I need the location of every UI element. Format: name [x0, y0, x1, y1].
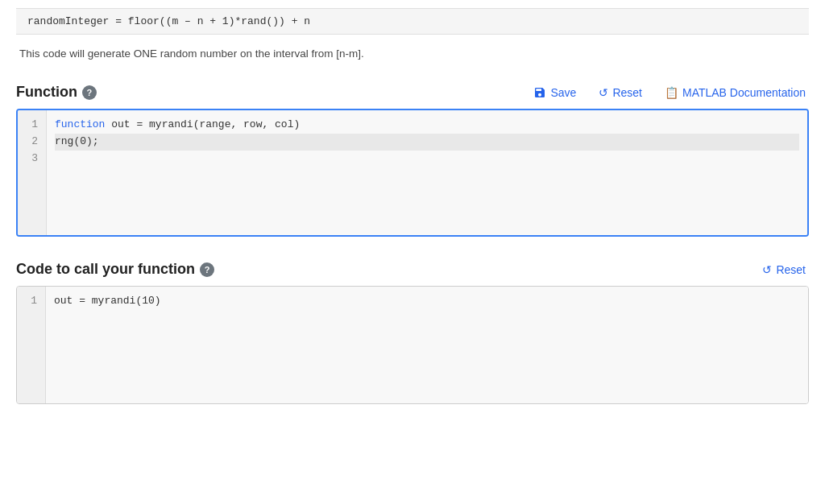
function-reset-label: Reset — [612, 86, 642, 99]
save-icon — [533, 86, 546, 99]
call-line-1-text: out = myrandi(10) — [54, 295, 161, 307]
function-code-line-3 — [55, 151, 799, 167]
function-line-1-rest: out = myrandi(range, row, col) — [105, 118, 300, 130]
reset-icon: ↺ — [599, 86, 608, 99]
call-title: Code to call your function — [16, 261, 195, 278]
call-line-number-1: 1 — [22, 293, 40, 310]
description-text: This code will generate ONE random numbe… — [16, 48, 809, 60]
call-section-header: Code to call your function ? ↺ Reset — [16, 261, 809, 278]
function-help-icon[interactable]: ? — [82, 85, 97, 100]
matlab-doc-button[interactable]: 📋 MATLAB Documentation — [661, 85, 809, 101]
line-number-1: 1 — [23, 117, 41, 134]
line-number-3: 3 — [23, 151, 41, 167]
call-actions: ↺ Reset — [759, 262, 809, 278]
book-icon: 📋 — [665, 86, 678, 99]
banner-code: randomInteger = floor((m – n + 1)*rand()… — [27, 15, 310, 27]
keyword-function: function — [55, 118, 105, 130]
call-line-numbers: 1 — [17, 287, 46, 403]
function-code-line-2: rng(0); — [55, 134, 799, 151]
function-line-2-text: rng(0); — [55, 135, 99, 147]
save-label: Save — [550, 86, 576, 99]
code-banner: randomInteger = floor((m – n + 1)*rand()… — [16, 8, 809, 35]
call-title-group: Code to call your function ? — [16, 261, 214, 278]
function-code-editor[interactable]: 1 2 3 function out = myrandi(range, row,… — [16, 109, 809, 237]
function-section-header: Function ? Save ↺ Reset 📋 MATLAB Documen… — [16, 84, 809, 101]
function-code-line-1: function out = myrandi(range, row, col) — [55, 117, 799, 134]
call-code-editor[interactable]: 1 out = myrandi(10) — [16, 286, 809, 404]
call-reset-label: Reset — [776, 263, 806, 276]
function-reset-button[interactable]: ↺ Reset — [595, 85, 645, 101]
matlab-doc-label: MATLAB Documentation — [682, 86, 806, 99]
function-line-numbers: 1 2 3 — [18, 110, 47, 235]
call-help-icon[interactable]: ? — [200, 262, 214, 277]
save-button[interactable]: Save — [530, 85, 579, 101]
call-reset-icon: ↺ — [762, 263, 772, 276]
function-title: Function — [16, 84, 77, 101]
function-code-content[interactable]: function out = myrandi(range, row, col) … — [47, 110, 807, 235]
line-number-2: 2 — [23, 134, 41, 151]
function-title-group: Function ? — [16, 84, 97, 101]
call-reset-button[interactable]: ↺ Reset — [759, 262, 809, 278]
call-code-line-1: out = myrandi(10) — [54, 293, 800, 310]
call-code-content[interactable]: out = myrandi(10) — [46, 287, 808, 403]
function-actions: Save ↺ Reset 📋 MATLAB Documentation — [530, 85, 809, 101]
